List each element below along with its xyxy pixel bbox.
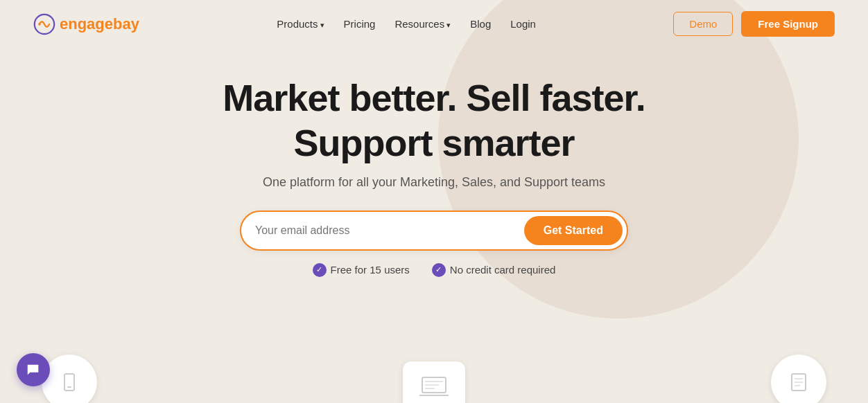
nav-buttons: Demo Free Signup (673, 11, 835, 37)
trust-label-no-card: No credit card required (450, 264, 556, 276)
bottom-icon-right (771, 355, 826, 403)
bottom-icons-row (0, 355, 868, 403)
demo-button[interactable]: Demo (673, 12, 733, 36)
trust-item-no-card: ✓ No credit card required (432, 263, 556, 277)
check-icon-no-card: ✓ (432, 263, 446, 277)
free-signup-button[interactable]: Free Signup (741, 11, 835, 37)
trust-item-free: ✓ Free for 15 users (313, 263, 410, 277)
chat-widget-button[interactable] (17, 353, 50, 386)
engagebay-logo-icon (33, 13, 55, 35)
nav-item-pricing[interactable]: Pricing (344, 18, 376, 30)
hero-subtitle: One platform for all your Marketing, Sal… (0, 175, 868, 190)
svg-rect-2 (64, 374, 74, 391)
nav-item-products[interactable]: Products (277, 18, 324, 30)
nav-item-login[interactable]: Login (510, 18, 536, 30)
logo[interactable]: engagebay (33, 13, 139, 35)
navbar: engagebay Products Pricing Resources Blo… (0, 0, 868, 48)
nav-item-blog[interactable]: Blog (470, 18, 491, 30)
logo-text: engagebay (60, 15, 139, 33)
trust-label-free: Free for 15 users (331, 264, 410, 276)
get-started-button[interactable]: Get Started (524, 216, 623, 245)
chat-bubble-icon (26, 362, 41, 377)
hero-title: Market better. Sell faster. Support smar… (0, 75, 868, 165)
bottom-icon-center (403, 361, 465, 403)
hero-section: Market better. Sell faster. Support smar… (0, 48, 868, 277)
svg-point-1 (38, 23, 41, 26)
mobile-icon (58, 371, 80, 393)
laptop-icon (419, 375, 449, 397)
nav-links: Products Pricing Resources Blog Login (277, 18, 536, 30)
email-input[interactable] (255, 224, 524, 237)
document-icon (788, 371, 810, 393)
bottom-icon-left (42, 355, 97, 403)
svg-rect-3 (67, 386, 71, 388)
trust-badges: ✓ Free for 15 users ✓ No credit card req… (0, 263, 868, 277)
check-icon-free: ✓ (313, 263, 327, 277)
nav-item-resources[interactable]: Resources (394, 18, 451, 30)
email-form: Get Started (240, 211, 628, 251)
